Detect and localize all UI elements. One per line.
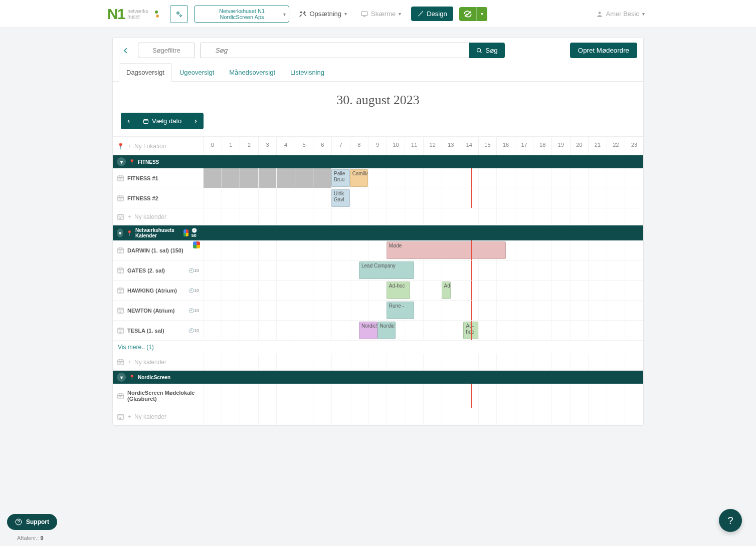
nav-screens-label: Skærme <box>371 10 396 18</box>
settings-admin-button[interactable] <box>170 5 188 23</box>
room-label[interactable]: HAWKING (Atrium) 🕘10 <box>113 281 203 300</box>
pin-icon: 📍 <box>129 375 135 380</box>
next-day-button[interactable] <box>187 113 204 129</box>
hour-header: 1 <box>222 137 240 155</box>
main-panel: Søgefiltre Søg Opret Mødeordre Dagso <box>112 37 644 426</box>
add-calendar-label: Ny kalender <box>134 213 166 220</box>
hour-header: 11 <box>405 137 423 155</box>
svg-point-3 <box>598 12 601 14</box>
now-indicator <box>471 188 472 208</box>
room-label[interactable]: DARWIN (1. sal) (150) <box>113 240 203 260</box>
now-indicator <box>471 260 472 280</box>
search-input[interactable] <box>200 43 470 58</box>
new-location-button[interactable]: 📍 ＋ Ny Lokation <box>113 137 203 155</box>
room-row: HAWKING (Atrium) 🕘10 Ad-hocAd- <box>113 281 643 301</box>
design-label: Design <box>427 10 447 18</box>
prev-day-button[interactable] <box>121 113 137 129</box>
room-row: DARWIN (1. sal) (150) Møde <box>113 240 643 260</box>
hour-header: 14 <box>460 137 478 155</box>
filters-button[interactable]: Søgefiltre <box>138 43 195 58</box>
room-name: GATES (2. sal) <box>127 267 185 274</box>
event[interactable]: Camilla <box>350 169 368 187</box>
event[interactable]: NordicScr <box>359 322 377 339</box>
room-name: TESLA (1. sal) <box>127 328 185 334</box>
nav-setup[interactable]: Opsætning ▾ <box>295 7 351 21</box>
calendar-icon <box>117 358 124 366</box>
back-button[interactable] <box>119 44 133 58</box>
create-meeting-button[interactable]: Opret Mødeordre <box>570 43 637 58</box>
room-name: HAWKING (Atrium) <box>127 288 185 294</box>
hour-header: 16 <box>496 137 515 155</box>
user-menu[interactable]: Amer Besic ▾ <box>592 7 649 21</box>
search-icon <box>476 48 482 54</box>
pin-icon: 📍 <box>129 159 135 165</box>
tab-ugeoversigt[interactable]: Ugeoversigt <box>172 63 222 82</box>
room-label[interactable]: FITNESS #2 <box>113 188 203 208</box>
calendar-icon <box>117 287 124 294</box>
now-indicator <box>471 301 472 320</box>
room-row: NordicScreen Mødelokale (Glasburet) <box>113 384 643 408</box>
hour-header: 12 <box>423 137 442 155</box>
capacity-badge: 🕘10 <box>188 268 199 273</box>
hour-header: 0 <box>203 137 222 155</box>
plus-icon: ＋ <box>126 412 132 421</box>
hour-header: 3 <box>258 137 277 155</box>
hour-header: 20 <box>570 137 589 155</box>
room-label[interactable]: TESLA (1. sal) 🕘10 <box>113 321 203 340</box>
tab-dagsoversigt[interactable]: Dagsoversigt <box>119 63 172 82</box>
location-header[interactable]: ▾ 📍 Netværkshusets Kalender 🕘50 <box>113 225 643 240</box>
pick-date-button[interactable]: Vælg dato <box>137 113 187 129</box>
event[interactable]: Møde <box>387 241 506 259</box>
plus-icon: ＋ <box>126 212 132 221</box>
caret-down-icon: ▾ <box>481 11 483 17</box>
chevron-down-icon[interactable]: ▾ <box>117 157 126 166</box>
room-row: FITNESS #1 Palle BruuCamilla <box>113 168 643 188</box>
hour-header: 6 <box>313 137 331 155</box>
sync-button[interactable] <box>459 7 476 21</box>
now-indicator <box>471 240 472 260</box>
room-label[interactable]: GATES (2. sal) 🕘10 <box>113 260 203 280</box>
event[interactable]: Ad-hoc <box>387 282 411 299</box>
add-calendar-row[interactable]: ＋ Ny kalender <box>113 208 643 225</box>
hour-header: 17 <box>515 137 533 155</box>
nav-screens[interactable]: Skærme ▾ <box>357 7 405 21</box>
hour-header: 4 <box>276 137 295 155</box>
view-tabs: DagsoversigtUgeoversigtMånedsoversigtLis… <box>113 63 643 82</box>
event[interactable]: Rune - <box>387 302 414 319</box>
event[interactable]: NordicScr <box>377 322 396 339</box>
caret-down-icon: ▾ <box>283 11 286 17</box>
calendar-grid: 📍 ＋ Ny Lokation 012345678910111213141516… <box>113 136 643 425</box>
logo-subtext: netværks huset <box>127 9 148 20</box>
hour-header: 13 <box>442 137 460 155</box>
caret-down-icon: ▾ <box>399 11 401 17</box>
room-label[interactable]: FITNESS #1 <box>113 168 203 188</box>
chevron-down-icon[interactable]: ▾ <box>117 373 126 382</box>
event[interactable]: Ulrik Gavl <box>331 189 350 207</box>
pin-icon: 📍 <box>126 230 132 236</box>
location-header[interactable]: ▾ 📍 NordicScreen <box>113 371 643 384</box>
event[interactable]: Palle Bruu <box>331 169 350 187</box>
event[interactable]: Lead Company <box>359 261 414 279</box>
location-header[interactable]: ▾ 📍 FITNESS <box>113 155 643 168</box>
chevron-down-icon[interactable]: ▾ <box>117 228 123 237</box>
event[interactable]: Ad- <box>442 282 451 299</box>
room-label[interactable]: NordicScreen Mødelokale (Glasburet) <box>113 384 203 408</box>
caret-down-icon: ▾ <box>642 11 645 17</box>
design-button[interactable]: Design <box>411 7 453 21</box>
sync-dropdown[interactable]: ▾ <box>476 7 487 21</box>
org-switcher[interactable]: Netværkshuset N1 NordicScreen Aps ▾ <box>194 6 289 23</box>
hour-header: 18 <box>533 137 551 155</box>
refresh-check-icon <box>463 10 472 18</box>
room-label[interactable]: NEWTON (Atrium) 🕘10 <box>113 301 203 320</box>
add-calendar-row[interactable]: ＋ Ny kalender <box>113 354 643 371</box>
show-more-link[interactable]: Vis mere.. (1) <box>113 341 643 354</box>
calendar-icon <box>117 213 124 220</box>
org-line2: NordicScreen Aps <box>204 14 280 20</box>
hour-header: 10 <box>387 137 405 155</box>
add-calendar-row[interactable]: ＋ Ny kalender <box>113 408 643 425</box>
search-button[interactable]: Søg <box>469 43 504 58</box>
now-indicator <box>471 168 472 188</box>
hour-header: 15 <box>478 137 497 155</box>
tab-månedsoversigt[interactable]: Månedsoversigt <box>222 63 283 82</box>
tab-listevisning[interactable]: Listevisning <box>283 63 332 82</box>
